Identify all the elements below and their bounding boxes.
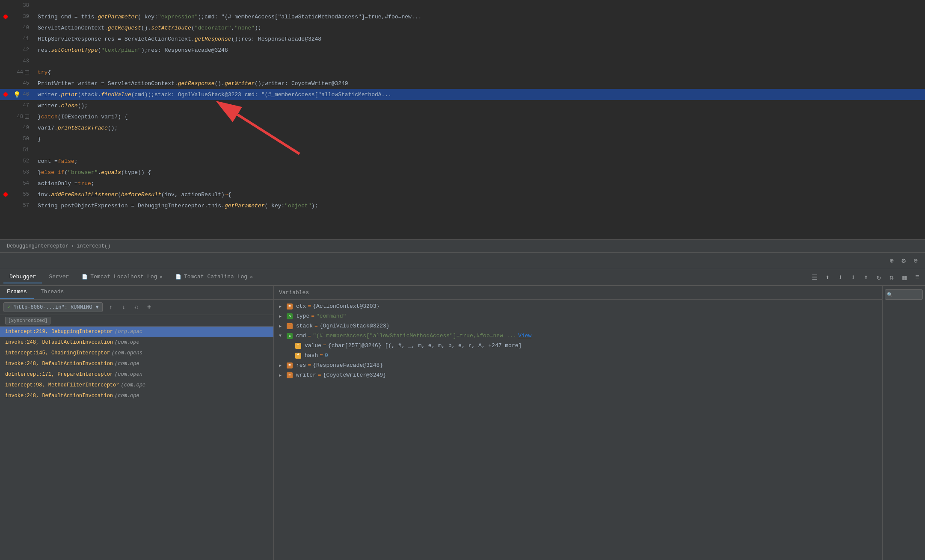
thread-selector: ✓ "http-8080-...in": RUNNING ▼ ↑ ↓ ⚇ + [0,300,273,315]
close-tab-tomcat-localhost[interactable]: ✕ [160,274,163,280]
line-number-46: 46 [23,91,29,97]
code-content-40: ServletActionContext.getRequest().setAtt… [34,22,925,33]
breakpoint-39[interactable] [3,15,8,19]
line-number-40: 40 [23,25,29,31]
breadcrumb-class[interactable]: DebuggingInterceptor [7,243,68,249]
frames-list[interactable]: intercept:219, DebuggingInterceptor (org… [0,327,273,560]
settings-toolbar-icon[interactable]: ⚙ [899,256,908,265]
code-content-46: writer.print(stack.findValue(cmd)); stac… [34,89,925,100]
var-item-type[interactable]: ▶stype = "command" [274,311,882,321]
line-number-48: 48 [17,114,23,120]
right-panel: Variables ▶=ctx = {ActionContext@3203}▶s… [274,286,882,560]
code-line-41: 41 HttpServletResponse res = ServletActi… [0,33,925,44]
far-right-search[interactable]: 🔍 [885,289,923,300]
filter-btn[interactable]: ⚇ [132,303,141,312]
code-content-42: res.setContentType("text/plain"); res: R… [34,44,925,56]
code-line-51: 51 [0,144,925,156]
var-item-cmd[interactable]: ▼scmd = "(#_memberAccess["allowStaticMet… [274,331,882,341]
toolbar-icon-dl2[interactable]: ⬇ [849,273,857,282]
var-item-writer[interactable]: ▶=writer = {CoyoteWriter@3249} [274,370,882,380]
far-right-panel: 🔍 loaded. Co [882,286,925,560]
frame-item[interactable]: intercept:145, ChainingInterceptor (com.… [0,348,273,359]
synchronized-label: [Synchronized] [5,317,50,324]
code-line-42: 42 res.setContentType("text/plain"); res… [0,44,925,56]
var-item-stack[interactable]: ▶=stack = {OgnlValueStack@3223} [274,321,882,331]
breadcrumb-separator: › [71,243,74,249]
code-line-40: 40 ServletActionContext.getRequest().set… [0,22,925,33]
var-icon-value: f [295,343,301,349]
code-line-53: 53} else if ("browser".equals(type)) { [0,167,925,178]
breakpoint-46[interactable] [3,92,8,97]
code-line-46: 💡46 writer.print(stack.findValue(cmd)); … [0,89,925,100]
panel-tab-threads[interactable]: Threads [34,286,71,299]
thread-dropdown[interactable]: ✓ "http-8080-...in": RUNNING ▼ [3,302,103,312]
tab-tomcat-catalina[interactable]: 📄 Tomcat Catalina Log ✕ [169,271,259,283]
toolbar-icon-swap[interactable]: ⇅ [887,273,896,282]
close-tab-tomcat-catalina[interactable]: ✕ [250,274,253,280]
var-item-res[interactable]: ▶=res = {ResponseFacade@3248} [274,360,882,370]
editor-area: 3839 String cmd = this.getParameter( key… [0,0,925,239]
tabs-bar: Debugger Server 📄 Tomcat Localhost Log ✕… [0,269,925,286]
breadcrumb-method[interactable]: intercept() [77,243,110,249]
minus-toolbar-icon[interactable]: ⊖ [911,256,920,265]
line-number-43: 43 [23,58,29,64]
frame-item[interactable]: intercept:219, DebuggingInterceptor (org… [0,327,273,337]
tab-server[interactable]: Server [43,271,75,283]
code-content-53: } else if ("browser".equals(type)) { [34,167,925,178]
tab-debugger[interactable]: Debugger [3,271,42,283]
line-number-45: 45 [23,80,29,86]
toolbar-icon-up2[interactable]: ⬆ [862,273,870,282]
code-content-55: inv.addPreResultListener(beforeResult(in… [34,189,925,200]
toolbar-icon-list[interactable]: ☰ [810,273,819,282]
plus-toolbar-icon[interactable]: ⊕ [887,256,896,265]
frame-item[interactable]: invoke:248, DefaultActionInvocation (com… [0,359,273,369]
frame-item[interactable]: invoke:248, DefaultActionInvocation (com… [0,391,273,401]
step-up-btn[interactable]: ↑ [106,303,116,312]
code-content-57: String postObjectExpression = DebuggingI… [34,200,925,211]
fold-icon-48[interactable]: - [25,115,29,119]
var-icon-cmd: s [287,333,293,339]
toolbar-icon-up1[interactable]: ⬆ [823,273,832,282]
code-content-51 [34,144,925,156]
add-frame-btn[interactable]: + [145,303,154,312]
code-content-54: actionOnly = true; [34,178,925,189]
code-line-48: 48- } catch (IOException var17) { [0,111,925,122]
line-number-41: 41 [23,36,29,42]
line-number-38: 38 [23,3,29,9]
panel-tab-frames[interactable]: Frames [0,286,34,299]
code-content-43 [34,56,925,67]
toolbar-divider: ⊕ ⚙ ⊖ [0,252,925,269]
code-content-45: PrintWriter writer = ServletActionContex… [34,78,925,89]
code-line-49: 49 var17.printStackTrace(); [0,122,925,133]
frame-item[interactable]: intercept:98, MethodFilterInterceptor (c… [0,380,273,391]
toolbar-icon-dl[interactable]: ⬇ [836,273,845,282]
left-panel: Frames Threads ✓ "http-8080-...in": RUNN… [0,286,274,560]
var-link-cmd[interactable]: View [518,333,531,339]
panel-tabs: Frames Threads [0,286,273,300]
variables-list[interactable]: ▶=ctx = {ActionContext@3203}▶stype = "co… [274,300,882,560]
code-line-43: 43 [0,56,925,67]
var-icon-ctx: = [287,304,293,309]
thread-name: "http-8080-...in": RUNNING [12,304,92,310]
toolbar-icon-bars[interactable]: ≡ [913,273,922,282]
frame-item[interactable]: doIntercept:171, PrepareInterceptor (com… [0,369,273,380]
var-item-hash[interactable]: fhash = 0 [274,351,882,360]
step-down-btn[interactable]: ↓ [119,303,128,312]
toolbar-icon-refresh[interactable]: ↻ [875,273,883,282]
var-item-ctx[interactable]: ▶=ctx = {ActionContext@3203} [274,301,882,311]
var-item-value[interactable]: fvalue = {char[257]@3246} [(, #, _, m, e… [274,341,882,351]
code-content-41: HttpServletResponse res = ServletActionC… [34,33,925,44]
code-content-47: writer.close(); [34,100,925,111]
breakpoint-55[interactable] [3,192,8,197]
line-number-52: 52 [23,158,29,164]
code-content-52: cont = false; [34,156,925,167]
warning-icon-46: 💡 [13,91,21,98]
code-content-49: var17.printStackTrace(); [34,122,925,133]
code-line-38: 38 [0,0,925,11]
frame-item[interactable]: invoke:248, DefaultActionInvocation (com… [0,337,273,348]
toolbar-icon-grid[interactable]: ▦ [900,273,909,282]
fold-icon-44[interactable]: - [25,70,29,74]
tab-tomcat-localhost[interactable]: 📄 Tomcat Localhost Log ✕ [76,271,169,283]
line-number-49: 49 [23,125,29,131]
var-icon-writer: = [287,372,293,378]
